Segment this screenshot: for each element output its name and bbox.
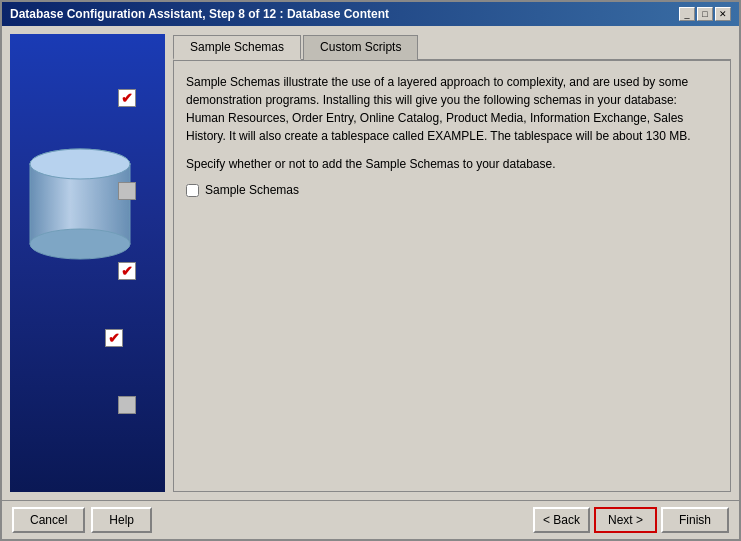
back-button[interactable]: < Back: [533, 507, 590, 533]
cancel-button[interactable]: Cancel: [12, 507, 85, 533]
check-item-1: [118, 89, 136, 107]
check-item-2: [118, 182, 136, 200]
minimize-button[interactable]: _: [679, 7, 695, 21]
checkbox-4: [105, 329, 123, 347]
window-title: Database Configuration Assistant, Step 8…: [10, 7, 389, 21]
bottom-left-buttons: Cancel Help: [12, 507, 152, 533]
finish-button[interactable]: Finish: [661, 507, 729, 533]
sample-schemas-label: Sample Schemas: [205, 183, 299, 197]
main-window: Database Configuration Assistant, Step 8…: [0, 0, 741, 541]
bottom-bar: Cancel Help < Back Next > Finish: [2, 500, 739, 539]
description-text-1: Sample Schemas illustrate the use of a l…: [186, 73, 718, 145]
title-bar: Database Configuration Assistant, Step 8…: [2, 2, 739, 26]
svg-point-2: [30, 229, 130, 259]
check-item-5: [118, 396, 136, 414]
checkbox-5: [118, 396, 136, 414]
next-button[interactable]: Next >: [594, 507, 657, 533]
description-text-2: Specify whether or not to add the Sample…: [186, 155, 718, 173]
check-item-4: [105, 329, 123, 347]
tabs-container: Sample Schemas Custom Scripts: [173, 34, 731, 61]
tab-sample-schemas[interactable]: Sample Schemas: [173, 35, 301, 60]
checkbox-1: [118, 89, 136, 107]
close-button[interactable]: ✕: [715, 7, 731, 21]
checkbox-3: [118, 262, 136, 280]
tab-custom-scripts[interactable]: Custom Scripts: [303, 35, 418, 60]
svg-point-3: [30, 149, 130, 179]
checkbox-2: [118, 182, 136, 200]
sample-schemas-checkbox[interactable]: [186, 184, 199, 197]
maximize-button[interactable]: □: [697, 7, 713, 21]
sample-schemas-row: Sample Schemas: [186, 183, 718, 197]
title-bar-buttons: _ □ ✕: [679, 7, 731, 21]
left-panel: [10, 34, 165, 492]
help-button[interactable]: Help: [91, 507, 152, 533]
tab-content-sample-schemas: Sample Schemas illustrate the use of a l…: [173, 61, 731, 492]
check-item-3: [118, 262, 136, 280]
bottom-right-buttons: < Back Next > Finish: [533, 507, 729, 533]
main-content: Sample Schemas Custom Scripts Sample Sch…: [2, 26, 739, 500]
right-panel: Sample Schemas Custom Scripts Sample Sch…: [173, 34, 731, 492]
